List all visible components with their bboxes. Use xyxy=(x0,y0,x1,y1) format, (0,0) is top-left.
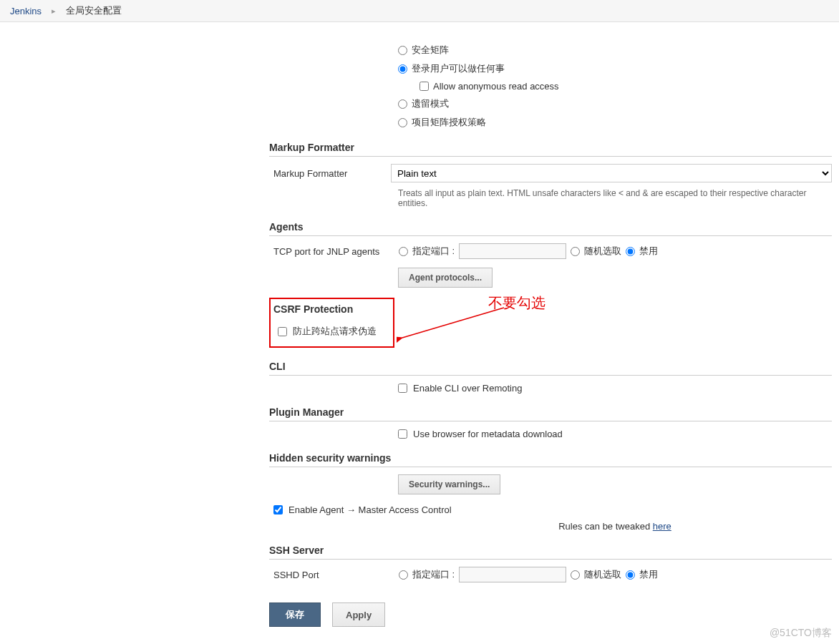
sshd-port-label: SSHD Port xyxy=(269,570,394,580)
radio-project-matrix-label: 项目矩阵授权策略 xyxy=(412,116,486,129)
radio-legacy-mode[interactable] xyxy=(398,99,407,109)
markup-formatter-select[interactable]: Plain text xyxy=(391,164,832,182)
checkbox-csrf-protection-label: 防止跨站点请求伪造 xyxy=(293,325,377,338)
radio-project-matrix[interactable] xyxy=(398,118,407,127)
section-csrf: CSRF Protection xyxy=(273,303,387,315)
radio-jnlp-disable[interactable] xyxy=(626,247,635,256)
section-hidden-warnings: Hidden security warnings xyxy=(269,452,832,464)
section-markup-formatter: Markup Formatter xyxy=(269,142,832,153)
checkbox-agent-master-access[interactable] xyxy=(273,505,283,514)
radio-sshd-random[interactable] xyxy=(571,570,580,580)
breadcrumb-sep-icon: ▸ xyxy=(52,6,56,16)
radio-security-matrix[interactable] xyxy=(398,46,407,55)
checkbox-browser-metadata[interactable] xyxy=(398,429,407,439)
agent-protocols-button[interactable]: Agent protocols... xyxy=(398,268,493,288)
radio-jnlp-disable-label: 禁用 xyxy=(639,245,658,258)
section-agents: Agents xyxy=(269,221,832,233)
radio-jnlp-random[interactable] xyxy=(571,247,580,256)
radio-jnlp-fixed[interactable] xyxy=(399,247,408,256)
divider xyxy=(269,156,832,157)
radio-sshd-random-label: 随机选取 xyxy=(584,568,621,581)
divider xyxy=(269,559,832,560)
radio-sshd-fixed-label: 指定端口 : xyxy=(412,568,455,581)
section-plugin-manager: Plugin Manager xyxy=(269,406,832,418)
checkbox-csrf-protection[interactable] xyxy=(278,327,287,336)
rules-tweak-link[interactable]: here xyxy=(653,521,671,532)
divider xyxy=(269,375,832,376)
apply-button[interactable]: Apply xyxy=(332,602,385,627)
annotation-text: 不要勾选 xyxy=(488,293,545,313)
radio-jnlp-fixed-label: 指定端口 : xyxy=(412,245,455,258)
checkbox-agent-master-access-label: Enable Agent → Master Access Control xyxy=(288,504,452,515)
section-cli: CLI xyxy=(269,361,832,372)
radio-logged-in-anything-label: 登录用户可以做任何事 xyxy=(412,62,505,75)
breadcrumb-root[interactable]: Jenkins xyxy=(10,6,42,16)
jnlp-port-label: TCP port for JNLP agents xyxy=(269,246,394,257)
markup-formatter-help: Treats all input as plain text. HTML uns… xyxy=(269,188,832,208)
save-button[interactable]: 保存 xyxy=(269,602,321,627)
radio-sshd-disable[interactable] xyxy=(626,570,635,580)
config-form: 安全矩阵 登录用户可以做任何事 Allow anonymous read acc… xyxy=(269,22,839,627)
csrf-highlight-box: CSRF Protection 防止跨站点请求伪造 xyxy=(269,298,394,348)
divider xyxy=(269,467,832,467)
markup-formatter-label: Markup Formatter xyxy=(269,168,391,179)
radio-sshd-disable-label: 禁用 xyxy=(639,568,658,581)
jnlp-fixed-port-input[interactable] xyxy=(459,243,566,259)
radio-logged-in-anything[interactable] xyxy=(398,64,407,74)
checkbox-allow-anon-read[interactable] xyxy=(420,82,429,91)
section-ssh-server: SSH Server xyxy=(269,545,832,556)
radio-security-matrix-label: 安全矩阵 xyxy=(412,44,449,57)
radio-legacy-mode-label: 遗留模式 xyxy=(412,97,449,110)
radio-jnlp-random-label: 随机选取 xyxy=(584,245,621,258)
checkbox-allow-anon-read-label: Allow anonymous read access xyxy=(433,81,559,92)
security-warnings-button[interactable]: Security warnings... xyxy=(398,474,500,494)
divider xyxy=(269,235,832,236)
rules-tweak-text: Rules can be tweaked here xyxy=(398,521,832,532)
checkbox-browser-metadata-label: Use browser for metadata download xyxy=(413,429,563,439)
radio-sshd-fixed[interactable] xyxy=(399,570,408,580)
checkbox-cli-remoting[interactable] xyxy=(398,384,407,393)
watermark: @51CTO博客 xyxy=(770,627,832,640)
divider xyxy=(269,421,832,421)
sshd-fixed-port-input[interactable] xyxy=(459,567,566,582)
breadcrumb-page: 全局安全配置 xyxy=(66,4,122,17)
checkbox-cli-remoting-label: Enable CLI over Remoting xyxy=(413,383,522,394)
breadcrumb: Jenkins ▸ 全局安全配置 xyxy=(0,0,839,22)
